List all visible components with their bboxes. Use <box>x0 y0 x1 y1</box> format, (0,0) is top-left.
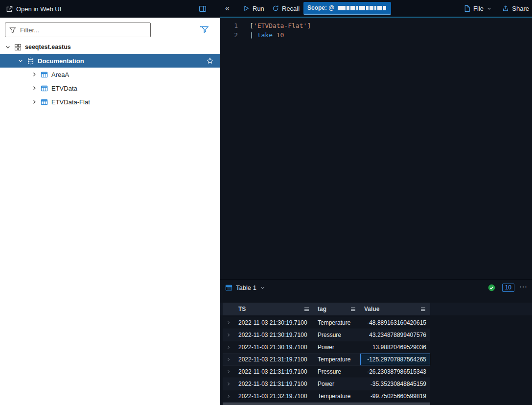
cell-tag[interactable]: Temperature <box>314 354 360 365</box>
column-header-label: Value <box>364 306 379 312</box>
results-table-header: TStagValue <box>220 303 532 315</box>
row-expand-icon[interactable] <box>223 341 234 353</box>
cell-value[interactable]: 13.98820469529036 <box>360 341 430 353</box>
tree-item-etvdata-flat[interactable]: ETVData-Flat <box>0 95 220 109</box>
cell-value[interactable]: -48.889163160420615 <box>360 317 430 329</box>
cell-tag[interactable]: Power <box>314 341 360 353</box>
run-button[interactable]: Run <box>243 0 264 17</box>
table-row[interactable]: 2022-11-03 21:32:19.7100Temperature-99.7… <box>223 390 430 403</box>
query-editor[interactable]: 1['ETVData-Flat']2| take 10 <box>220 18 532 279</box>
open-external-icon <box>6 5 13 13</box>
column-menu-icon[interactable] <box>350 306 356 312</box>
table-row[interactable]: 2022-11-03 21:30:19.7100Pressure43.23487… <box>223 329 430 341</box>
table-icon <box>41 85 48 92</box>
results-panel: Table 1 10 ⋯ TStagValue 2022-11-03 21:30… <box>220 279 532 405</box>
more-options-button[interactable]: ⋯ <box>519 282 527 291</box>
cell-ts[interactable]: 2022-11-03 21:32:19.7100 <box>234 390 314 402</box>
chevron-right-icon[interactable] <box>31 99 37 105</box>
redacted-scope-value <box>338 6 387 10</box>
table-row[interactable]: 2022-11-03 21:31:19.7100Pressure-26.2303… <box>223 366 430 378</box>
sidebar-header: Open in Web UI <box>0 0 220 18</box>
column-header-value[interactable]: Value <box>360 303 430 315</box>
horizontal-scrollbar[interactable] <box>223 403 430 405</box>
chevron-right-icon[interactable] <box>31 71 37 77</box>
query-toolbar: « Run Recall Scope: @ F <box>220 0 532 18</box>
cell-tag[interactable]: Temperature <box>314 390 360 402</box>
cell-tag[interactable]: Power <box>314 378 360 390</box>
recall-icon <box>272 5 279 12</box>
cell-tag[interactable]: Pressure <box>314 366 360 378</box>
tree-item-label: Documentation <box>38 57 84 65</box>
table-icon <box>225 284 232 291</box>
database-tree: seeqtest.eastusDocumentationAreaAETVData… <box>0 40 220 109</box>
cell-tag[interactable]: Pressure <box>314 329 360 341</box>
column-header-label: tag <box>318 306 326 312</box>
chevron-down-icon[interactable] <box>18 58 23 64</box>
filter-input[interactable] <box>19 26 146 34</box>
row-expand-icon[interactable] <box>223 329 234 341</box>
recall-button[interactable]: Recall <box>272 0 300 17</box>
cell-tag[interactable]: Temperature <box>314 317 360 329</box>
table-icon <box>41 98 48 106</box>
cell-ts[interactable]: 2022-11-03 21:31:19.7100 <box>234 366 314 378</box>
table-row[interactable]: 2022-11-03 21:30:19.7100Temperature-48.8… <box>223 317 430 329</box>
tree-item-areaa[interactable]: AreaA <box>0 68 220 81</box>
column-header-ts[interactable]: TS <box>234 303 314 315</box>
cell-ts[interactable]: 2022-11-03 21:30:19.7100 <box>234 329 314 341</box>
scope-button[interactable]: Scope: @ <box>303 2 391 15</box>
table-row[interactable]: 2022-11-03 21:31:19.7100Power-35.3523084… <box>223 378 430 390</box>
tree-item-seeqtest-eastus[interactable]: seeqtest.eastus <box>0 40 220 54</box>
row-expand-icon[interactable] <box>223 366 234 378</box>
collapse-panel-button[interactable]: « <box>225 0 230 17</box>
connections-sidebar: seeqtest.eastusDocumentationAreaAETVData… <box>0 18 220 405</box>
cell-value[interactable]: -26.230387986515343 <box>360 366 430 378</box>
row-expand-icon[interactable] <box>223 354 234 365</box>
cell-ts[interactable]: 2022-11-03 21:31:19.7100 <box>234 378 314 390</box>
cell-ts[interactable]: 2022-11-03 21:31:19.7100 <box>234 354 314 365</box>
row-expand-icon[interactable] <box>223 390 234 402</box>
open-in-web-ui-button[interactable]: Open in Web UI <box>6 0 61 18</box>
row-expand-icon[interactable] <box>223 317 234 329</box>
column-header-tag[interactable]: tag <box>314 303 360 315</box>
run-label: Run <box>253 5 264 12</box>
row-count-badge[interactable]: 10 <box>502 284 514 292</box>
play-icon <box>243 5 250 12</box>
file-icon <box>464 5 470 12</box>
column-header-label: TS <box>238 306 246 312</box>
cell-value[interactable]: -35.35230848845159 <box>360 378 430 390</box>
tree-item-documentation[interactable]: Documentation <box>0 54 220 68</box>
share-label: Share <box>512 5 529 12</box>
tree-item-label: ETVData-Flat <box>51 98 90 106</box>
cell-value[interactable]: -125.29707887564265 <box>360 354 430 365</box>
filter-favorites-button[interactable] <box>200 25 209 34</box>
star-icon[interactable] <box>207 57 213 64</box>
column-menu-icon[interactable] <box>420 306 426 312</box>
open-in-web-ui-label: Open in Web UI <box>16 5 61 13</box>
tree-item-etvdata[interactable]: ETVData <box>0 81 220 95</box>
results-table-selector[interactable]: Table 1 <box>236 284 256 291</box>
chevron-right-icon[interactable] <box>31 85 37 91</box>
cell-value[interactable]: 43.234878899407576 <box>360 329 430 341</box>
row-expand-icon[interactable] <box>223 378 234 390</box>
table-row[interactable]: 2022-11-03 21:31:19.7100Temperature-125.… <box>223 354 430 366</box>
line-number: 2 <box>225 30 238 40</box>
chevron-down-icon[interactable] <box>260 285 265 290</box>
tree-item-label: seeqtest.eastus <box>25 44 71 50</box>
tree-item-label: AreaA <box>51 71 69 78</box>
table-row[interactable]: 2022-11-03 21:30:19.7100Power13.98820469… <box>223 341 430 354</box>
chevron-down-icon[interactable] <box>5 44 11 50</box>
column-menu-icon[interactable] <box>303 306 310 312</box>
code-line: 1['ETVData-Flat'] <box>220 21 532 30</box>
share-button[interactable]: Share <box>502 0 529 17</box>
file-menu-button[interactable]: File <box>464 0 492 17</box>
tree-item-label: ETVData <box>51 85 77 92</box>
cell-ts[interactable]: 2022-11-03 21:30:19.7100 <box>234 317 314 329</box>
line-number: 1 <box>225 21 238 30</box>
code-text: ['ETVData-Flat'] <box>250 21 311 30</box>
top-bar: Open in Web UI « Run Recall Scope: @ <box>0 0 532 18</box>
cell-ts[interactable]: 2022-11-03 21:30:19.7100 <box>234 341 314 353</box>
cell-value[interactable]: -99.75025660599819 <box>360 390 430 402</box>
chevron-down-icon <box>486 6 492 11</box>
filter-box <box>5 23 151 37</box>
sidebar-toggle-button[interactable] <box>199 5 207 13</box>
